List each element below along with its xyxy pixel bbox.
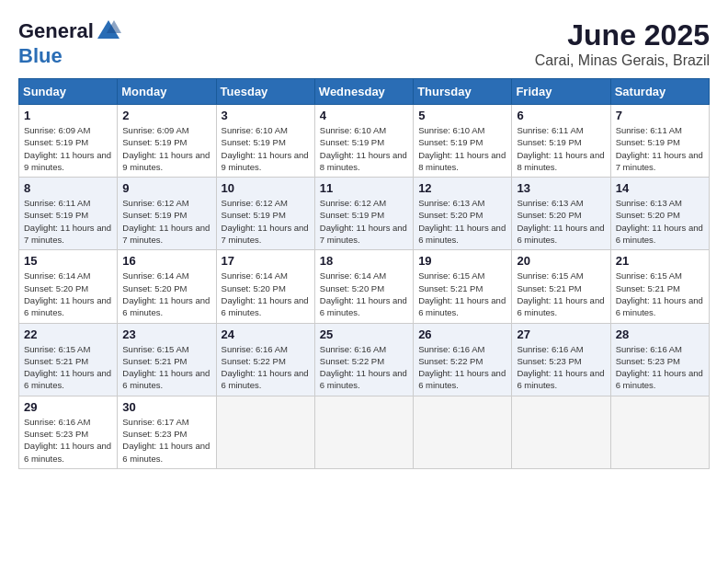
table-row: 18Sunrise: 6:14 AMSunset: 5:20 PMDayligh… <box>314 250 413 323</box>
day-number: 7 <box>616 109 704 122</box>
title-section: June 2025 Carai, Minas Gerais, Brazil <box>535 18 710 69</box>
logo-icon <box>96 18 121 44</box>
logo: General Blue <box>18 18 121 68</box>
day-info: Sunrise: 6:14 AMSunset: 5:20 PMDaylight:… <box>222 270 310 318</box>
col-saturday: Saturday <box>610 79 709 105</box>
day-number: 8 <box>24 181 112 195</box>
calendar-header-row: Sunday Monday Tuesday Wednesday Thursday… <box>19 79 710 105</box>
day-info: Sunrise: 6:11 AMSunset: 5:19 PMDaylight:… <box>616 124 704 173</box>
table-row: 26Sunrise: 6:16 AMSunset: 5:22 PMDayligh… <box>414 323 512 396</box>
day-info: Sunrise: 6:16 AMSunset: 5:22 PMDaylight:… <box>222 343 310 392</box>
table-row: 3Sunrise: 6:10 AMSunset: 5:19 PMDaylight… <box>216 105 314 178</box>
day-number: 17 <box>222 254 310 268</box>
table-row: 23Sunrise: 6:15 AMSunset: 5:21 PMDayligh… <box>118 323 216 396</box>
day-number: 2 <box>122 109 210 122</box>
day-info: Sunrise: 6:16 AMSunset: 5:22 PMDaylight:… <box>320 343 408 392</box>
day-number: 21 <box>616 254 704 268</box>
day-number: 18 <box>320 254 408 268</box>
calendar-week-row: 15Sunrise: 6:14 AMSunset: 5:20 PMDayligh… <box>19 250 710 323</box>
table-row <box>314 396 413 468</box>
table-row: 30Sunrise: 6:17 AMSunset: 5:23 PMDayligh… <box>118 396 216 468</box>
day-number: 14 <box>616 181 704 195</box>
table-row: 14Sunrise: 6:13 AMSunset: 5:20 PMDayligh… <box>610 178 709 250</box>
day-info: Sunrise: 6:17 AMSunset: 5:23 PMDaylight:… <box>122 416 210 465</box>
table-row: 12Sunrise: 6:13 AMSunset: 5:20 PMDayligh… <box>414 178 512 250</box>
day-info: Sunrise: 6:10 AMSunset: 5:19 PMDaylight:… <box>222 124 310 173</box>
day-info: Sunrise: 6:12 AMSunset: 5:19 PMDaylight:… <box>222 197 310 246</box>
calendar-table: Sunday Monday Tuesday Wednesday Thursday… <box>18 78 710 469</box>
table-row: 29Sunrise: 6:16 AMSunset: 5:23 PMDayligh… <box>19 396 118 468</box>
day-info: Sunrise: 6:15 AMSunset: 5:21 PMDaylight:… <box>616 270 704 318</box>
day-number: 9 <box>122 181 210 195</box>
day-number: 26 <box>418 327 506 341</box>
day-number: 22 <box>24 327 112 341</box>
day-info: Sunrise: 6:10 AMSunset: 5:19 PMDaylight:… <box>320 124 408 173</box>
day-info: Sunrise: 6:13 AMSunset: 5:20 PMDaylight:… <box>418 197 506 246</box>
col-sunday: Sunday <box>19 79 118 105</box>
table-row: 17Sunrise: 6:14 AMSunset: 5:20 PMDayligh… <box>216 250 314 323</box>
table-row: 10Sunrise: 6:12 AMSunset: 5:19 PMDayligh… <box>216 178 314 250</box>
day-info: Sunrise: 6:11 AMSunset: 5:19 PMDaylight:… <box>24 197 112 246</box>
day-number: 12 <box>418 181 506 195</box>
table-row: 5Sunrise: 6:10 AMSunset: 5:19 PMDaylight… <box>414 105 512 178</box>
table-row: 22Sunrise: 6:15 AMSunset: 5:21 PMDayligh… <box>19 323 118 396</box>
day-number: 13 <box>517 181 605 195</box>
table-row: 2Sunrise: 6:09 AMSunset: 5:19 PMDaylight… <box>118 105 216 178</box>
calendar-week-row: 1Sunrise: 6:09 AMSunset: 5:19 PMDaylight… <box>19 105 710 178</box>
col-friday: Friday <box>512 79 610 105</box>
logo-general: General <box>18 19 94 43</box>
day-info: Sunrise: 6:12 AMSunset: 5:19 PMDaylight:… <box>122 197 210 246</box>
location: Carai, Minas Gerais, Brazil <box>535 52 710 69</box>
calendar-week-row: 22Sunrise: 6:15 AMSunset: 5:21 PMDayligh… <box>19 323 710 396</box>
day-number: 3 <box>222 109 310 122</box>
day-number: 30 <box>122 400 210 414</box>
month-year: June 2025 <box>535 18 710 52</box>
day-info: Sunrise: 6:16 AMSunset: 5:23 PMDaylight:… <box>517 343 605 392</box>
table-row: 8Sunrise: 6:11 AMSunset: 5:19 PMDaylight… <box>19 178 118 250</box>
table-row: 11Sunrise: 6:12 AMSunset: 5:19 PMDayligh… <box>314 178 413 250</box>
day-number: 20 <box>517 254 605 268</box>
day-number: 25 <box>320 327 408 341</box>
day-number: 5 <box>418 109 506 122</box>
day-info: Sunrise: 6:16 AMSunset: 5:22 PMDaylight:… <box>418 343 506 392</box>
table-row: 16Sunrise: 6:14 AMSunset: 5:20 PMDayligh… <box>118 250 216 323</box>
table-row: 6Sunrise: 6:11 AMSunset: 5:19 PMDaylight… <box>512 105 610 178</box>
day-number: 1 <box>24 109 112 122</box>
day-number: 11 <box>320 181 408 195</box>
day-info: Sunrise: 6:09 AMSunset: 5:19 PMDaylight:… <box>24 124 112 173</box>
calendar-week-row: 29Sunrise: 6:16 AMSunset: 5:23 PMDayligh… <box>19 396 710 468</box>
day-info: Sunrise: 6:13 AMSunset: 5:20 PMDaylight:… <box>517 197 605 246</box>
day-info: Sunrise: 6:14 AMSunset: 5:20 PMDaylight:… <box>24 270 112 318</box>
table-row: 25Sunrise: 6:16 AMSunset: 5:22 PMDayligh… <box>314 323 413 396</box>
day-info: Sunrise: 6:15 AMSunset: 5:21 PMDaylight:… <box>517 270 605 318</box>
day-number: 4 <box>320 109 408 122</box>
table-row: 4Sunrise: 6:10 AMSunset: 5:19 PMDaylight… <box>314 105 413 178</box>
table-row: 27Sunrise: 6:16 AMSunset: 5:23 PMDayligh… <box>512 323 610 396</box>
day-info: Sunrise: 6:15 AMSunset: 5:21 PMDaylight:… <box>24 343 112 392</box>
day-number: 27 <box>517 327 605 341</box>
col-monday: Monday <box>118 79 216 105</box>
day-info: Sunrise: 6:15 AMSunset: 5:21 PMDaylight:… <box>418 270 506 318</box>
table-row: 15Sunrise: 6:14 AMSunset: 5:20 PMDayligh… <box>19 250 118 323</box>
table-row: 21Sunrise: 6:15 AMSunset: 5:21 PMDayligh… <box>610 250 709 323</box>
table-row <box>216 396 314 468</box>
day-number: 10 <box>222 181 310 195</box>
day-info: Sunrise: 6:16 AMSunset: 5:23 PMDaylight:… <box>24 416 112 465</box>
calendar-week-row: 8Sunrise: 6:11 AMSunset: 5:19 PMDaylight… <box>19 178 710 250</box>
table-row: 19Sunrise: 6:15 AMSunset: 5:21 PMDayligh… <box>414 250 512 323</box>
header: General Blue June 2025 Carai, Minas Gera… <box>18 18 710 69</box>
day-number: 23 <box>122 327 210 341</box>
day-number: 28 <box>616 327 704 341</box>
day-info: Sunrise: 6:13 AMSunset: 5:20 PMDaylight:… <box>616 197 704 246</box>
table-row: 28Sunrise: 6:16 AMSunset: 5:23 PMDayligh… <box>610 323 709 396</box>
logo-blue: Blue <box>18 44 63 67</box>
table-row <box>414 396 512 468</box>
day-number: 16 <box>122 254 210 268</box>
day-info: Sunrise: 6:10 AMSunset: 5:19 PMDaylight:… <box>418 124 506 173</box>
day-info: Sunrise: 6:09 AMSunset: 5:19 PMDaylight:… <box>122 124 210 173</box>
table-row: 24Sunrise: 6:16 AMSunset: 5:22 PMDayligh… <box>216 323 314 396</box>
table-row: 9Sunrise: 6:12 AMSunset: 5:19 PMDaylight… <box>118 178 216 250</box>
day-info: Sunrise: 6:14 AMSunset: 5:20 PMDaylight:… <box>320 270 408 318</box>
day-info: Sunrise: 6:12 AMSunset: 5:19 PMDaylight:… <box>320 197 408 246</box>
table-row <box>512 396 610 468</box>
